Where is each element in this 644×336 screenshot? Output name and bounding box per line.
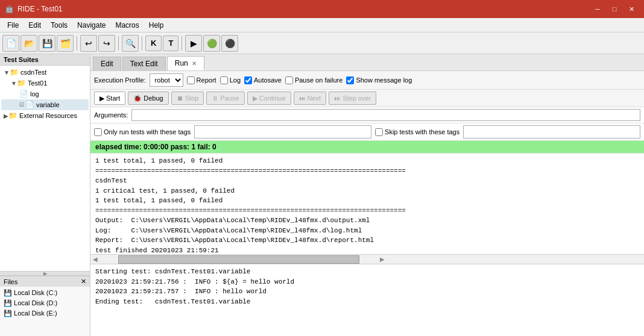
toolbar-separator-4: [182, 36, 182, 51]
tree-item-csdntest[interactable]: ▼ 📁 csdnTest: [1, 67, 89, 78]
output-line-1: ========================================…: [95, 166, 639, 176]
debug-button[interactable]: 🐞 Debug: [128, 92, 168, 105]
pause-failure-label: Pause on failure: [295, 76, 343, 84]
title-bar: 🤖 RIDE - Test01 ─ □ ✕: [0, 0, 644, 18]
new-button[interactable]: 📄: [2, 35, 19, 52]
run-toolbar: Execution Profile: robot Report Log Auto…: [90, 71, 644, 90]
hscroll-left-arrow[interactable]: ◀: [90, 256, 100, 263]
tab-run[interactable]: Run ✕: [167, 56, 204, 70]
report-label: Report: [197, 76, 216, 84]
output-area[interactable]: 1 test total, 1 passed, 0 failed =======…: [90, 154, 644, 254]
expand-arrow-test01: ▼: [11, 80, 17, 87]
files-list: 💾 Local Disk (C:) 💾 Local Disk (D:) 💾 Lo…: [0, 287, 90, 320]
show-message-log-label[interactable]: Show message log: [346, 76, 412, 84]
autosave-checkbox-label[interactable]: Autosave: [244, 76, 282, 84]
menu-file[interactable]: File: [2, 20, 24, 31]
output-line-3: 1 critical test, 1 passed, 0 failed: [95, 186, 639, 196]
tree-item-external[interactable]: ▶ 📁 External Resources: [1, 110, 89, 121]
skip-tags-label[interactable]: Skip tests with these tags: [375, 128, 459, 136]
green-icon-button[interactable]: 🟢: [203, 35, 220, 52]
status-text: elapsed time: 0:00:00 pass: 1 fail: 0: [95, 143, 216, 151]
show-message-log-checkbox[interactable]: [346, 76, 354, 84]
window-controls: ─ □ ✕: [590, 3, 639, 15]
tree-label-external: External Resources: [19, 112, 77, 119]
pause-on-failure-label[interactable]: Pause on failure: [285, 76, 343, 84]
main-layout: Test Suites ▼ 📁 csdnTest ▼ 📁 Test01 📄 lo: [0, 54, 644, 336]
gray-icon-button[interactable]: ⚫: [221, 35, 238, 52]
only-run-tags-input[interactable]: [194, 125, 371, 138]
autosave-checkbox[interactable]: [244, 76, 252, 84]
k-text-button[interactable]: K: [145, 36, 162, 51]
search-button[interactable]: 🔍: [122, 35, 139, 52]
folder-icon-external: 📁: [8, 111, 17, 120]
save-button[interactable]: 💾: [39, 35, 55, 52]
menu-tools[interactable]: Tools: [46, 20, 72, 31]
toolbar-separator-1: [77, 36, 77, 51]
file-item-d[interactable]: 💾 Local Disk (D:): [1, 298, 89, 308]
save-all-button[interactable]: 🗂️: [57, 35, 74, 52]
maximize-button[interactable]: □: [607, 3, 622, 15]
start-button[interactable]: ▶ Start: [94, 92, 125, 105]
files-header: Files ✕: [0, 276, 90, 287]
test-suites-header: Test Suites: [0, 54, 90, 66]
continue-button[interactable]: ▶ Continue: [247, 92, 291, 105]
stop-button[interactable]: ⏹ Stop: [171, 92, 204, 105]
start-label: Start: [106, 95, 120, 102]
report-checkbox-label[interactable]: Report: [187, 76, 216, 84]
output-line-5: ========================================…: [95, 206, 639, 216]
only-run-tags-label[interactable]: Only run tests with these tags: [94, 128, 191, 136]
tab-text-edit[interactable]: Text Edit: [122, 57, 166, 70]
log-checkbox[interactable]: [220, 76, 228, 84]
menu-edit[interactable]: Edit: [24, 20, 46, 31]
tab-run-label: Run: [175, 59, 188, 67]
continue-icon: ▶: [253, 95, 257, 102]
report-checkbox[interactable]: [187, 76, 195, 84]
start-stop-toolbar: ▶ Start 🐞 Debug ⏹ Stop ⏸ Pause ▶ Continu…: [90, 90, 644, 107]
hscroll-right-arrow[interactable]: ▶: [377, 256, 387, 263]
log-area[interactable]: Starting test: csdnTest.Test01.variable …: [90, 264, 644, 336]
t-text-button[interactable]: T: [163, 36, 178, 51]
execution-profile-select[interactable]: robot: [150, 73, 183, 87]
file-icon-variable: 📄: [25, 101, 34, 109]
step-over-button[interactable]: ⏭ Step over: [329, 92, 376, 105]
next-button[interactable]: ⏭ Next: [294, 92, 327, 105]
menu-help[interactable]: Help: [144, 20, 169, 31]
pause-button[interactable]: ⏸ Pause: [206, 92, 244, 105]
pause-on-failure-checkbox[interactable]: [285, 76, 293, 84]
resize-handle[interactable]: ▶: [0, 271, 90, 276]
hscroll-area[interactable]: ◀ ▶: [90, 254, 644, 264]
toolbar-separator-3: [142, 36, 142, 51]
menu-macros[interactable]: Macros: [110, 20, 144, 31]
hscroll-thumb[interactable]: [118, 255, 359, 264]
close-button[interactable]: ✕: [623, 3, 639, 15]
only-run-label-text: Only run tests with these tags: [104, 128, 191, 135]
toolbar-separator-2: [118, 36, 119, 51]
minimize-button[interactable]: ─: [590, 3, 605, 15]
tree-item-log[interactable]: 📄 log: [1, 89, 89, 99]
tree-item-variable[interactable]: ☑ 📄 variable: [1, 99, 89, 110]
arguments-input[interactable]: [131, 109, 640, 121]
skip-tags-input[interactable]: [463, 125, 640, 138]
menu-navigate[interactable]: Navigate: [72, 20, 110, 31]
open-button[interactable]: 📂: [21, 35, 37, 52]
tab-edit[interactable]: Edit: [93, 57, 121, 70]
test-suites-label: Test Suites: [4, 56, 39, 63]
files-close-button[interactable]: ✕: [81, 278, 86, 285]
tags-row: Only run tests with these tags Skip test…: [90, 123, 644, 141]
skip-checkbox[interactable]: [375, 128, 383, 136]
log-line-1: 20201023 21:59:21.756 : INFO : ${a} = he…: [95, 277, 639, 287]
play-button[interactable]: ▶: [185, 35, 202, 52]
file-item-e[interactable]: 💾 Local Disk (E:): [1, 308, 89, 319]
undo-button[interactable]: ↩: [80, 35, 97, 52]
file-item-c[interactable]: 💾 Local Disk (C:): [1, 288, 89, 298]
redo-button[interactable]: ↪: [98, 35, 115, 52]
log-checkbox-label[interactable]: Log: [220, 76, 241, 84]
tree-label-test01: Test01: [28, 79, 47, 87]
only-run-checkbox[interactable]: [94, 128, 102, 136]
next-icon: ⏭: [299, 95, 306, 102]
tab-run-close[interactable]: ✕: [192, 60, 197, 67]
stop-label: Stop: [185, 95, 199, 102]
tree-item-test01[interactable]: ▼ 📁 Test01: [1, 78, 89, 89]
output-line-2: csdnTest: [95, 176, 639, 186]
pause-icon: ⏸: [212, 95, 218, 102]
